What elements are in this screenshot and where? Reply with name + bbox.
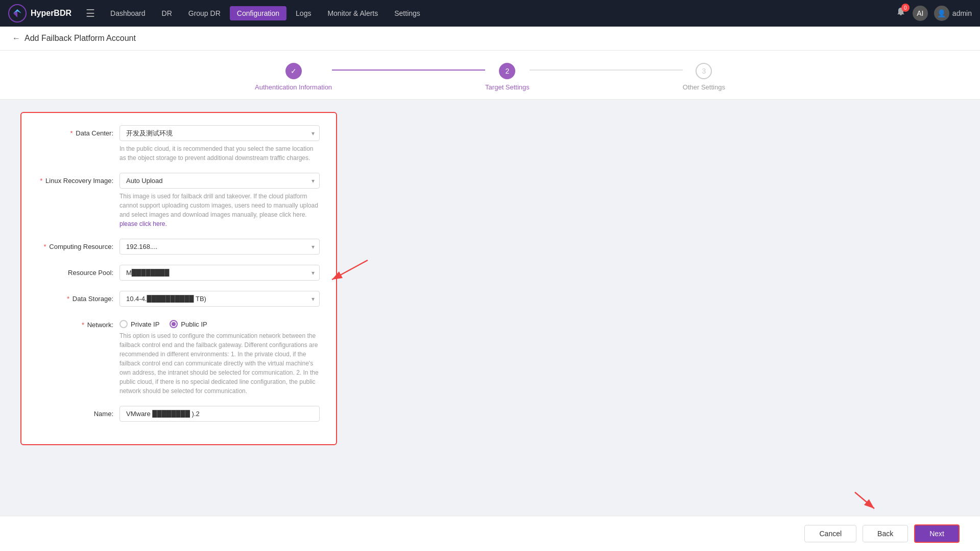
public-ip-label: Public IP: [181, 320, 207, 328]
data-center-field: 开发及测试环境 ▾ In the public cloud, it is rec…: [119, 125, 320, 163]
arrow-annotation: [327, 255, 373, 286]
step-3-circle: 3: [696, 63, 712, 79]
nav-links: Dashboard DR Group DR Configuration Logs…: [103, 6, 891, 20]
step-2-circle: 2: [499, 63, 515, 79]
back-button[interactable]: Back: [863, 525, 908, 542]
data-center-select-wrapper: 开发及测试环境 ▾: [119, 125, 320, 141]
app-name: HyperBDR: [31, 9, 71, 18]
network-row: * Network: Private IP Public IP: [38, 317, 320, 396]
network-label: * Network:: [38, 317, 119, 329]
step-line-1: [332, 70, 485, 71]
main-content: * Data Center: 开发及测试环境 ▾ In the public c…: [0, 100, 980, 457]
linux-recovery-hint: This image is used for failback drill an…: [119, 192, 320, 228]
resource-pool-select-wrapper: M████████ ▾: [119, 265, 320, 281]
next-arrow-annotation: [850, 487, 880, 513]
notification-bell[interactable]: 0: [895, 7, 906, 20]
svg-line-2: [332, 260, 368, 280]
network-field: Private IP Public IP This option is used…: [119, 317, 320, 396]
page-header: ← Add Failback Platform Account: [0, 27, 980, 51]
resource-pool-select[interactable]: M████████: [119, 265, 320, 281]
data-center-row: * Data Center: 开发及测试环境 ▾ In the public c…: [38, 125, 320, 163]
data-storage-select[interactable]: 10.4-4.██████████ TB): [119, 291, 320, 307]
nav-dr[interactable]: DR: [155, 6, 179, 20]
data-storage-field: 10.4-4.██████████ TB) ▾: [119, 291, 320, 307]
nav-logs[interactable]: Logs: [289, 6, 318, 20]
hamburger-menu[interactable]: ☰: [82, 5, 99, 21]
data-storage-select-wrapper: 10.4-4.██████████ TB) ▾: [119, 291, 320, 307]
linux-recovery-image-select[interactable]: Auto Upload: [119, 173, 320, 189]
linux-recovery-image-row: * Linux Recovery Image: Auto Upload ▾ Th…: [38, 173, 320, 228]
user-avatar: 👤: [934, 6, 949, 21]
private-ip-label: Private IP: [131, 320, 159, 328]
data-center-label: * Data Center:: [38, 125, 119, 137]
admin-user[interactable]: 👤 admin: [934, 6, 972, 21]
network-hint: This option is used to configure the com…: [119, 331, 320, 396]
name-input[interactable]: [119, 406, 320, 422]
nav-right: 0 AI 👤 admin: [895, 6, 972, 21]
app-logo: HyperBDR: [8, 4, 71, 22]
name-row: Name:: [38, 406, 320, 422]
computing-resource-select-wrapper: 192.168.... ▾: [119, 239, 320, 255]
public-ip-option[interactable]: Public IP: [170, 320, 207, 328]
step-1-label: Authentication Information: [255, 83, 332, 91]
form-card: * Data Center: 开发及测试环境 ▾ In the public c…: [20, 112, 337, 445]
linux-recovery-image-field: Auto Upload ▾ This image is used for fai…: [119, 173, 320, 228]
linux-recovery-select-wrapper: Auto Upload ▾: [119, 173, 320, 189]
page-footer: Cancel Back Next: [0, 516, 980, 551]
computing-resource-field: 192.168.... ▾: [119, 239, 320, 255]
public-ip-dot: [172, 322, 176, 326]
data-center-hint: In the public cloud, it is recommended t…: [119, 144, 320, 163]
data-center-select[interactable]: 开发及测试环境: [119, 125, 320, 141]
resource-pool-row: Resource Pool: M████████ ▾: [38, 265, 320, 281]
public-ip-radio[interactable]: [170, 320, 178, 328]
stepper: ✓ Authentication Information 2 Target Se…: [0, 51, 980, 100]
resource-pool-label: Resource Pool:: [38, 265, 119, 277]
back-arrow-icon[interactable]: ←: [12, 34, 20, 43]
data-storage-row: * Data Storage: 10.4-4.██████████ TB) ▾: [38, 291, 320, 307]
name-label: Name:: [38, 406, 119, 418]
step-2: 2 Target Settings: [485, 63, 530, 91]
computing-resource-label: * Computing Resource:: [38, 239, 119, 250]
step-1: ✓ Authentication Information: [255, 63, 332, 91]
ai-avatar: AI: [913, 6, 928, 21]
cancel-button[interactable]: Cancel: [804, 525, 856, 542]
computing-resource-row: * Computing Resource: 192.168.... ▾: [38, 239, 320, 255]
data-storage-label: * Data Storage:: [38, 291, 119, 303]
private-ip-option[interactable]: Private IP: [119, 320, 159, 328]
nav-dashboard[interactable]: Dashboard: [103, 6, 153, 20]
logo-icon: [8, 4, 27, 22]
nav-settings[interactable]: Settings: [387, 6, 427, 20]
nav-monitor-alerts[interactable]: Monitor & Alerts: [320, 6, 385, 20]
nav-configuration[interactable]: Configuration: [230, 6, 286, 20]
top-navigation: HyperBDR ☰ Dashboard DR Group DR Configu…: [0, 0, 980, 27]
private-ip-radio[interactable]: [119, 320, 128, 328]
step-2-label: Target Settings: [485, 83, 530, 91]
nav-group-dr[interactable]: Group DR: [181, 6, 228, 20]
network-radio-group: Private IP Public IP: [119, 317, 320, 328]
step-3: 3 Other Settings: [683, 63, 725, 91]
page-title: Add Failback Platform Account: [25, 34, 136, 43]
name-field: [119, 406, 320, 422]
computing-resource-select[interactable]: 192.168....: [119, 239, 320, 255]
linux-recovery-image-label: * Linux Recovery Image:: [38, 173, 119, 185]
step-3-label: Other Settings: [683, 83, 725, 91]
notification-count: 0: [901, 4, 910, 12]
admin-label: admin: [952, 9, 972, 17]
step-line-2: [530, 70, 683, 71]
svg-line-4: [855, 492, 874, 509]
resource-pool-field: M████████ ▾: [119, 265, 320, 281]
next-button[interactable]: Next: [914, 524, 960, 543]
please-click-here-link[interactable]: please click here.: [119, 220, 167, 227]
step-1-circle: ✓: [285, 63, 302, 79]
